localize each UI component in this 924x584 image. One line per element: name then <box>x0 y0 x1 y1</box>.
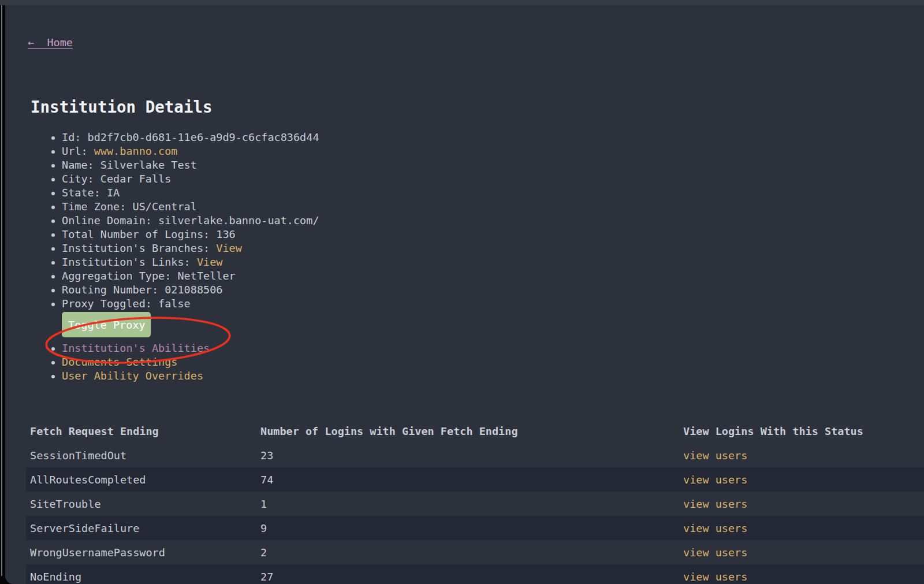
table-row: NoEnding 27 view users <box>26 564 924 584</box>
login-count-cell: 1 <box>260 498 683 510</box>
quick-links-list: Institution's Abilities Documents Settin… <box>5 341 924 383</box>
detail-text: Proxy Toggled: false <box>62 297 191 310</box>
view-users-link[interactable]: view users <box>683 546 747 559</box>
quick-link-item: Institution's Abilities <box>62 341 924 355</box>
table-row: WrongUsernamePassword 2 view users <box>26 540 924 564</box>
table-row: ServerSideFailure 9 view users <box>26 516 924 540</box>
page-title: Institution Details <box>31 98 924 116</box>
detail-text: Name: Silverlake Test <box>62 159 197 171</box>
fetch-ending-cell: SiteTrouble <box>26 498 260 510</box>
login-count-cell: 27 <box>260 571 683 583</box>
detail-item-aggregation-type: Aggregation Type: NetTeller <box>62 269 924 283</box>
login-count-cell: 2 <box>260 546 683 559</box>
table-row: SessionTimedOut 23 view users <box>26 443 924 467</box>
detail-text: Id: bd2f7cb0-d681-11e6-a9d9-c6cfac836d44 <box>62 131 319 143</box>
detail-text: City: Cedar Falls <box>62 173 171 185</box>
table-row: SiteTrouble 1 view users <box>26 492 924 516</box>
view-users-link[interactable]: view users <box>683 522 747 534</box>
login-count-cell: 74 <box>260 474 683 486</box>
url-link[interactable]: www.banno.com <box>94 145 178 157</box>
documents-settings-link[interactable]: Documents Settings <box>62 356 177 368</box>
fetch-ending-cell: AllRoutesCompleted <box>26 474 260 486</box>
quick-link-item: User Ability Overrides <box>62 369 924 383</box>
fetch-ending-cell: SessionTimedOut <box>26 449 260 462</box>
detail-text: Total Number of Logins: 136 <box>62 228 236 240</box>
quick-link-item: Documents Settings <box>62 355 924 369</box>
toggle-proxy-button[interactable]: Toggle Proxy <box>62 312 151 337</box>
detail-label: Url: <box>62 145 94 157</box>
detail-item-routing-number: Routing Number: 021088506 <box>62 283 924 297</box>
detail-item-state: State: IA <box>62 186 924 200</box>
window-top-bar <box>0 0 924 5</box>
view-users-link[interactable]: view users <box>683 449 747 462</box>
window-edge-line <box>1 5 2 576</box>
detail-text: Routing Number: 021088506 <box>62 284 222 296</box>
detail-item-id: Id: bd2f7cb0-d681-11e6-a9d9-c6cfac836d44 <box>62 131 924 144</box>
table-header-login-count: Number of Logins with Given Fetch Ending <box>260 425 683 437</box>
view-users-link[interactable]: view users <box>683 571 747 583</box>
detail-item-timezone: Time Zone: US/Central <box>62 200 924 214</box>
detail-item-links: Institution's Links: View <box>62 255 924 269</box>
institutions-abilities-link[interactable]: Institution's Abilities <box>62 342 210 354</box>
detail-item-total-logins: Total Number of Logins: 136 <box>62 228 924 241</box>
table-header-view-logins: View Logins With this Status <box>683 425 924 437</box>
toggle-proxy-row: Toggle Proxy <box>62 312 924 337</box>
table-body: SessionTimedOut 23 view users AllRoutesC… <box>26 443 924 584</box>
fetch-ending-cell: WrongUsernamePassword <box>26 546 260 559</box>
table-header-row: Fetch Request Ending Number of Logins wi… <box>26 419 924 443</box>
detail-text: Aggregation Type: NetTeller <box>62 270 236 282</box>
links-view-link[interactable]: View <box>197 256 223 268</box>
fetch-endings-table: Fetch Request Ending Number of Logins wi… <box>26 419 924 584</box>
detail-label: Institution's Links: <box>62 256 197 268</box>
table-row: AllRoutesCompleted 74 view users <box>26 467 924 492</box>
institution-details-list: Id: bd2f7cb0-d681-11e6-a9d9-c6cfac836d44… <box>5 131 924 311</box>
fetch-ending-cell: ServerSideFailure <box>26 522 260 534</box>
page-body: ← Home Institution Details Id: bd2f7cb0-… <box>5 5 924 584</box>
detail-text: Time Zone: US/Central <box>62 200 197 213</box>
detail-text: Online Domain: silverlake.banno-uat.com/ <box>62 214 319 226</box>
login-count-cell: 9 <box>260 522 683 534</box>
detail-item-proxy-toggled: Proxy Toggled: false <box>62 297 924 311</box>
login-count-cell: 23 <box>260 449 683 462</box>
fetch-ending-cell: NoEnding <box>26 571 260 583</box>
detail-item-name: Name: Silverlake Test <box>62 158 924 172</box>
detail-item-url: Url: www.banno.com <box>62 144 924 158</box>
detail-item-online-domain: Online Domain: silverlake.banno-uat.com/ <box>62 214 924 228</box>
detail-label: Institution's Branches: <box>62 242 216 254</box>
table-header-fetch-ending: Fetch Request Ending <box>26 425 260 437</box>
detail-item-branches: Institution's Branches: View <box>62 241 924 255</box>
detail-item-city: City: Cedar Falls <box>62 172 924 186</box>
view-users-link[interactable]: view users <box>683 474 747 486</box>
home-link[interactable]: ← Home <box>28 36 73 50</box>
view-users-link[interactable]: view users <box>683 498 747 510</box>
detail-text: State: IA <box>62 187 120 199</box>
user-ability-overrides-link[interactable]: User Ability Overrides <box>62 370 203 382</box>
branches-view-link[interactable]: View <box>216 242 242 254</box>
